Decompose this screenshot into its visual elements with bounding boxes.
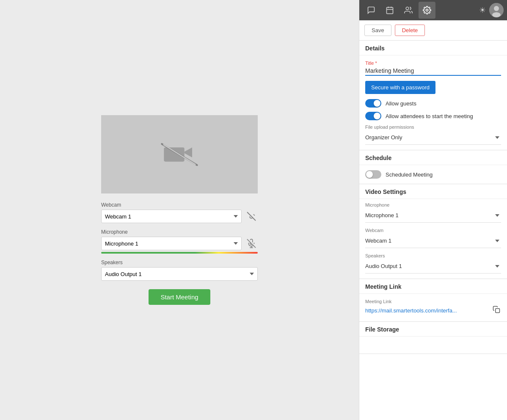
- microphone-select[interactable]: Microphone 1Microphone 2: [101, 237, 242, 250]
- microphone-device-row: Microphone Microphone 1Microphone 2: [101, 229, 258, 254]
- schedule-section: Schedule Scheduled Meeting: [359, 150, 507, 184]
- video-webcam-label: Webcam: [365, 228, 501, 233]
- meeting-link-value: https://mail.smartertools.com/interfa...: [365, 307, 489, 314]
- svg-rect-8: [387, 7, 393, 14]
- start-meeting-button[interactable]: Start Meeting: [149, 289, 210, 305]
- webcam-label: Webcam: [101, 202, 258, 208]
- video-speakers-group: Speakers Audio Output 1Audio Output 2: [359, 250, 507, 279]
- delete-button[interactable]: Delete: [395, 25, 425, 36]
- contacts-toolbar-btn[interactable]: [400, 2, 417, 19]
- allow-attendees-label: Allow attendees to start the meeting: [386, 113, 473, 119]
- scheduled-meeting-toggle[interactable]: [365, 170, 381, 179]
- microphone-toggle-btn[interactable]: [245, 237, 258, 250]
- speakers-device-row: Speakers Audio Output 1Audio Output 2: [101, 260, 258, 281]
- allow-attendees-row: Allow attendees to start the meeting: [365, 112, 501, 120]
- chat-toolbar-btn[interactable]: [363, 2, 380, 19]
- save-button[interactable]: Save: [364, 25, 391, 36]
- meeting-link-row: https://mail.smartertools.com/interfa...: [365, 305, 501, 316]
- webcam-select[interactable]: Webcam 1Webcam 2: [101, 210, 242, 223]
- scheduled-meeting-label: Scheduled Meeting: [386, 171, 433, 178]
- video-webcam-group: Webcam Webcam 1Webcam 2: [359, 224, 507, 250]
- calendar-toolbar-btn[interactable]: [381, 2, 398, 19]
- secure-with-password-button[interactable]: Secure with a password: [365, 81, 435, 94]
- camera-off-icon: [158, 140, 201, 169]
- video-settings-header: Video Settings: [359, 184, 507, 199]
- video-microphone-select[interactable]: Microphone 1Microphone 2: [365, 208, 501, 223]
- video-speakers-label: Speakers: [365, 253, 501, 258]
- title-field-label: Title *: [365, 61, 501, 66]
- meeting-link-label: Meeting Link: [365, 299, 501, 304]
- file-storage-section: File Storage: [359, 322, 507, 354]
- scheduled-meeting-row: Scheduled Meeting: [359, 165, 507, 184]
- left-panel: Webcam Webcam 1Webcam 2 Microphone: [0, 0, 359, 420]
- speakers-select[interactable]: Audio Output 1Audio Output 2: [101, 267, 258, 281]
- meeting-link-content: Meeting Link https://mail.smartertools.c…: [359, 294, 507, 321]
- allow-attendees-toggle[interactable]: [365, 112, 381, 120]
- toolbar: ☀: [359, 0, 507, 20]
- allow-guests-label: Allow guests: [386, 100, 416, 107]
- settings-toolbar-btn[interactable]: [419, 2, 435, 19]
- file-upload-label: File upload permissions: [365, 124, 501, 130]
- mic-level-bar: [101, 252, 258, 254]
- video-webcam-select[interactable]: Webcam 1Webcam 2: [365, 234, 501, 248]
- right-panel: ☀ Save Delete Details Title *: [359, 0, 507, 420]
- action-bar: Save Delete: [359, 20, 507, 41]
- webcam-device-row: Webcam Webcam 1Webcam 2: [101, 202, 258, 223]
- file-storage-header: File Storage: [359, 322, 507, 337]
- svg-point-16: [492, 12, 501, 17]
- svg-line-4: [248, 213, 255, 220]
- file-upload-select[interactable]: Organizer OnlyAll Attendees: [365, 130, 501, 145]
- details-section: Details Title * Secure with a password A…: [359, 41, 507, 150]
- allow-guests-row: Allow guests: [365, 99, 501, 108]
- details-section-content: Title * Secure with a password Allow gue…: [359, 55, 507, 150]
- copy-link-button[interactable]: [492, 305, 501, 316]
- video-microphone-label: Microphone: [365, 202, 501, 207]
- avatar: [489, 3, 504, 17]
- brightness-icon[interactable]: ☀: [479, 6, 486, 15]
- svg-point-13: [426, 9, 428, 11]
- toolbar-right: ☀: [479, 3, 504, 17]
- video-settings-section: Video Settings Microphone Microphone 1Mi…: [359, 184, 507, 279]
- video-speakers-select[interactable]: Audio Output 1Audio Output 2: [365, 259, 501, 274]
- file-upload-group: File upload permissions Organizer OnlyAl…: [365, 124, 501, 145]
- allow-guests-toggle[interactable]: [365, 99, 381, 108]
- speakers-label: Speakers: [101, 260, 258, 265]
- meeting-link-header: Meeting Link: [359, 279, 507, 294]
- webcam-toggle-btn[interactable]: [245, 210, 258, 223]
- svg-point-12: [406, 7, 409, 10]
- video-microphone-group: Microphone Microphone 1Microphone 2: [359, 199, 507, 224]
- toolbar-icons: [363, 2, 479, 19]
- meeting-link-section: Meeting Link Meeting Link https://mail.s…: [359, 279, 507, 322]
- schedule-section-header: Schedule: [359, 150, 507, 165]
- svg-rect-17: [496, 309, 500, 313]
- controls-area: Webcam Webcam 1Webcam 2 Microphone: [101, 202, 258, 305]
- details-section-header: Details: [359, 41, 507, 55]
- video-preview: [101, 115, 258, 193]
- title-input[interactable]: [365, 66, 501, 76]
- microphone-label: Microphone: [101, 229, 258, 235]
- svg-point-15: [494, 6, 499, 11]
